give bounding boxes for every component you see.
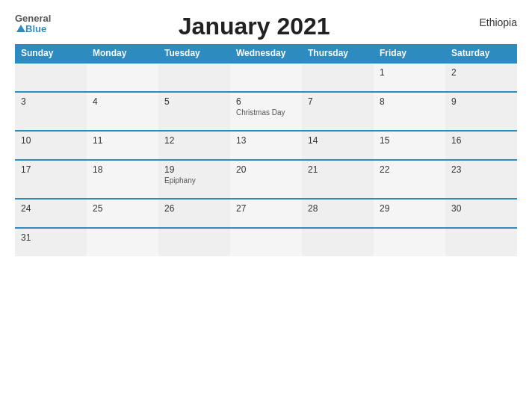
day-number: 29 [380, 203, 439, 214]
header-thursday: Thursday [302, 44, 374, 63]
day-number: 20 [236, 164, 296, 175]
table-row: 16 [445, 131, 517, 160]
day-number: 12 [164, 135, 224, 146]
table-row: 6Christmas Day [230, 92, 302, 131]
day-number: 23 [451, 164, 511, 175]
calendar-week-row: 24252627282930 [15, 199, 517, 228]
table-row: 15 [374, 131, 445, 160]
table-row [158, 63, 230, 92]
logo-blue-text: Blue [25, 24, 46, 34]
logo: General Blue [15, 13, 51, 35]
day-number: 25 [93, 203, 152, 214]
table-row: 27 [230, 199, 302, 228]
day-number: 13 [236, 135, 296, 146]
table-row [158, 228, 230, 256]
table-row: 7 [302, 92, 374, 131]
day-number: 4 [93, 96, 152, 107]
country-label: Ethiopia [457, 13, 517, 28]
table-row: 24 [15, 199, 87, 228]
table-row: 11 [87, 131, 158, 160]
calendar-week-row: 171819Epiphany20212223 [15, 160, 517, 199]
day-number: 24 [21, 203, 81, 214]
table-row: 13 [230, 131, 302, 160]
table-row: 10 [15, 131, 87, 160]
table-row [87, 63, 158, 92]
day-number: 19 [164, 164, 224, 175]
day-number: 30 [451, 203, 511, 214]
table-row: 23 [445, 160, 517, 199]
day-number: 11 [93, 135, 152, 146]
table-row [302, 63, 374, 92]
table-row: 1 [374, 63, 445, 92]
header-monday: Monday [87, 44, 158, 63]
day-number: 8 [380, 96, 439, 107]
header: General Blue January 2021 Ethiopia [15, 13, 517, 40]
logo-general-text: General [15, 13, 51, 24]
table-row: 18 [87, 160, 158, 199]
table-row [87, 228, 158, 256]
calendar-table: Sunday Monday Tuesday Wednesday Thursday… [15, 44, 517, 256]
day-number: 26 [164, 203, 224, 214]
calendar-week-row: 12 [15, 63, 517, 92]
holiday-label: Epiphany [164, 176, 224, 185]
day-number: 14 [308, 135, 368, 146]
day-number: 6 [236, 96, 296, 107]
header-friday: Friday [374, 44, 445, 63]
table-row: 20 [230, 160, 302, 199]
table-row [302, 228, 374, 256]
table-row: 2 [445, 63, 517, 92]
table-row: 17 [15, 160, 87, 199]
table-row [374, 228, 445, 256]
table-row: 3 [15, 92, 87, 131]
table-row [15, 63, 87, 92]
calendar-title: January 2021 [51, 13, 457, 40]
day-number: 9 [451, 96, 511, 107]
table-row [445, 228, 517, 256]
table-row [230, 63, 302, 92]
calendar-page: General Blue January 2021 Ethiopia Sunda… [0, 0, 532, 411]
calendar-week-row: 3456Christmas Day789 [15, 92, 517, 131]
table-row: 4 [87, 92, 158, 131]
day-number: 31 [21, 232, 81, 243]
header-sunday: Sunday [15, 44, 87, 63]
table-row: 12 [158, 131, 230, 160]
header-saturday: Saturday [445, 44, 517, 63]
table-row: 19Epiphany [158, 160, 230, 199]
table-row: 8 [374, 92, 445, 131]
table-row: 9 [445, 92, 517, 131]
day-number: 7 [308, 96, 368, 107]
day-number: 17 [21, 164, 81, 175]
day-number: 27 [236, 203, 296, 214]
day-number: 18 [93, 164, 152, 175]
header-wednesday: Wednesday [230, 44, 302, 63]
day-number: 5 [164, 96, 224, 107]
calendar-week-row: 31 [15, 228, 517, 256]
day-number: 3 [21, 96, 81, 107]
table-row [230, 228, 302, 256]
table-row: 22 [374, 160, 445, 199]
table-row: 26 [158, 199, 230, 228]
table-row: 28 [302, 199, 374, 228]
day-number: 21 [308, 164, 368, 175]
day-number: 10 [21, 135, 81, 146]
table-row: 5 [158, 92, 230, 131]
holiday-label: Christmas Day [236, 108, 296, 117]
day-number: 1 [380, 67, 439, 78]
calendar-week-row: 10111213141516 [15, 131, 517, 160]
table-row: 14 [302, 131, 374, 160]
day-number: 15 [380, 135, 439, 146]
logo-triangle-icon [16, 25, 25, 32]
table-row: 31 [15, 228, 87, 256]
table-row: 29 [374, 199, 445, 228]
days-header-row: Sunday Monday Tuesday Wednesday Thursday… [15, 44, 517, 63]
table-row: 25 [87, 199, 158, 228]
header-tuesday: Tuesday [158, 44, 230, 63]
table-row: 21 [302, 160, 374, 199]
day-number: 2 [451, 67, 511, 78]
table-row: 30 [445, 199, 517, 228]
day-number: 22 [380, 164, 439, 175]
day-number: 16 [451, 135, 511, 146]
day-number: 28 [308, 203, 368, 214]
